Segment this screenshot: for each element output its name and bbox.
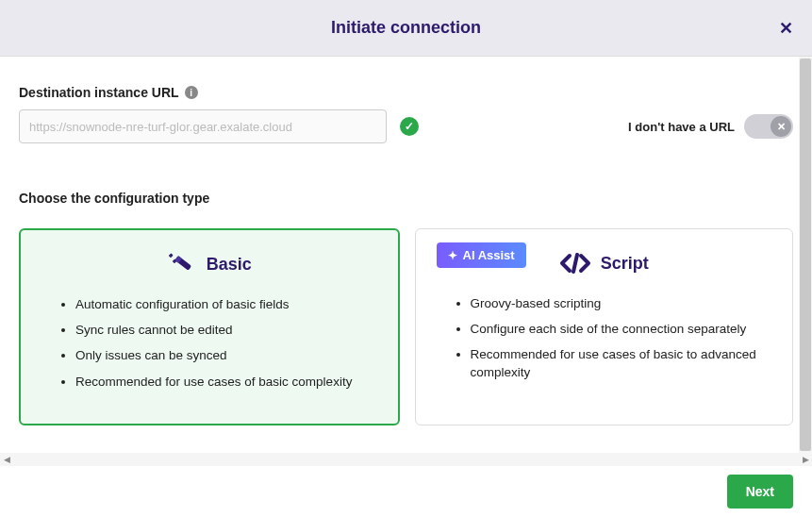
list-item: Configure each side of the connection se… — [471, 321, 772, 338]
list-item: Recommended for use cases of basic compl… — [75, 374, 377, 391]
url-label: Destination instance URL — [19, 85, 179, 100]
dialog-footer: Next — [0, 466, 812, 517]
basic-card-header: Basic — [41, 247, 377, 281]
list-item: Automatic configuration of basic fields — [75, 296, 377, 313]
script-card-header: ✦ AI Assist Script — [437, 246, 772, 280]
dialog-header: Initiate connection ✕ — [0, 0, 812, 57]
vertical-scrollbar[interactable] — [799, 57, 812, 453]
no-url-toggle[interactable]: ✕ — [744, 114, 793, 139]
close-button[interactable]: ✕ — [779, 18, 793, 39]
vertical-scrollbar-thumb[interactable] — [800, 58, 811, 451]
list-item: Recommended for use cases of basic to ad… — [471, 346, 772, 380]
list-item: Groovy-based scripting — [471, 295, 772, 312]
url-label-row: Destination instance URL i — [19, 85, 793, 100]
config-card-basic[interactable]: Basic Automatic configuration of basic f… — [19, 228, 400, 425]
list-item: Only issues can be synced — [75, 347, 377, 364]
scroll-right-icon[interactable]: ▶ — [799, 453, 812, 466]
scroll-left-icon[interactable]: ◀ — [0, 453, 13, 466]
config-type-label: Choose the configuration type — [19, 191, 793, 206]
script-title: Script — [601, 254, 649, 274]
info-icon[interactable]: i — [185, 86, 198, 99]
horizontal-scrollbar[interactable]: ◀ ▶ — [0, 453, 812, 466]
no-url-wrap: I don't have a URL ✕ — [628, 114, 793, 139]
url-row: ✓ I don't have a URL ✕ — [19, 109, 793, 143]
no-url-label: I don't have a URL — [628, 120, 735, 134]
ai-assist-label: AI Assist — [463, 248, 515, 262]
sparkle-icon: ✦ — [448, 249, 457, 262]
dialog-content: Destination instance URL i ✓ I don't hav… — [0, 57, 812, 453]
basic-title: Basic — [207, 255, 252, 275]
next-button[interactable]: Next — [727, 475, 793, 509]
ai-assist-badge[interactable]: ✦ AI Assist — [437, 242, 526, 268]
toggle-knob-off-icon: ✕ — [771, 116, 791, 137]
code-icon — [559, 253, 591, 274]
checkmark-icon: ✓ — [400, 117, 419, 136]
dialog-title: Initiate connection — [331, 18, 481, 38]
list-item: Sync rules cannot be edited — [75, 322, 377, 339]
basic-feature-list: Automatic configuration of basic fields … — [41, 296, 377, 391]
config-card-script[interactable]: ✦ AI Assist Script Groovy-based scriptin… — [415, 228, 794, 425]
url-input[interactable] — [19, 109, 387, 143]
config-cards: Basic Automatic configuration of basic f… — [19, 228, 793, 425]
wand-icon — [167, 252, 197, 276]
script-feature-list: Groovy-based scripting Configure each si… — [437, 295, 772, 381]
